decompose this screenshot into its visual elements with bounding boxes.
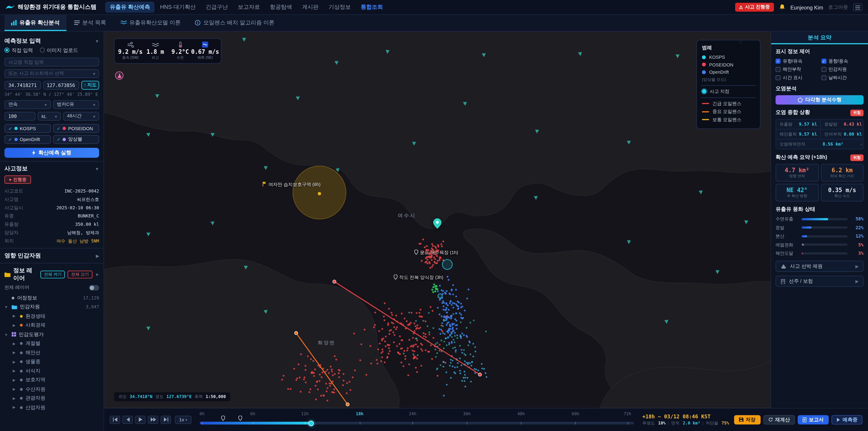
layer-item[interactable]: ▶보호지역: [4, 376, 99, 385]
pollution-area-stat[interactable]: 오염해역면적8.56 km²›: [776, 140, 864, 149]
layer-item[interactable]: ▶해안선: [4, 348, 99, 357]
chevron-right-icon[interactable]: ▶: [13, 341, 17, 346]
prediction-input-header[interactable]: 예측정보 입력 ▼: [4, 37, 99, 45]
chevron-right-icon[interactable]: ▶: [13, 350, 17, 355]
nav-item[interactable]: 기상정보: [324, 2, 355, 13]
weathering-bar-fill: [802, 244, 804, 246]
layer-item[interactable]: ▼민감도평가: [4, 330, 99, 339]
nav-item[interactable]: 보고자료: [233, 2, 264, 13]
refresh-button[interactable]: 재계산: [763, 415, 795, 425]
polygon-analysis-button[interactable]: 다각형 분석수행: [776, 95, 864, 105]
step-back-button[interactable]: [122, 415, 133, 424]
display-option[interactable]: 민감자원: [821, 66, 864, 72]
nav-item[interactable]: 통합조회: [356, 2, 387, 13]
amount-input[interactable]: [4, 112, 35, 121]
timeline-event-marker[interactable]: [221, 416, 225, 422]
layer-item[interactable]: ▶계절별: [4, 339, 99, 348]
incident-location-pin[interactable]: [433, 218, 442, 229]
chevron-right-icon[interactable]: ▶: [13, 405, 17, 410]
layer-item[interactable]: 어장정보17,129: [4, 294, 99, 302]
layer-item[interactable]: ▶수산자원: [4, 385, 99, 394]
experiment-toggle-button[interactable]: [115, 71, 123, 80]
radio-image-upload[interactable]: 이미지 업로드: [39, 47, 78, 54]
map-poi-label[interactable]: 웅포 해수욕장 (1h): [414, 249, 458, 256]
display-option[interactable]: 해안부착: [776, 66, 818, 72]
duration-select[interactable]: 48시간▾: [63, 112, 99, 121]
incident-info-header[interactable]: 사고정보 ▼: [4, 165, 99, 173]
timeline[interactable]: 0h6h12h18h24h36h48h60h72h: [200, 410, 634, 429]
legend-fence-item: 긴급 오일펜스: [702, 100, 755, 106]
user-name[interactable]: Eunjeong Kim: [790, 4, 823, 10]
layer-item[interactable]: ▶산업자원: [4, 403, 99, 412]
pick-on-map-button[interactable]: ↑지도: [81, 81, 99, 90]
sensitive-resources-header[interactable]: 영향 민감자원 ▶: [4, 252, 99, 259]
radio-direct-input[interactable]: 직접 입력: [4, 47, 33, 54]
chevron-right-icon[interactable]: ▶: [13, 314, 17, 318]
model-toggle[interactable]: ✓앙상블: [53, 135, 99, 144]
temp-icon: [179, 41, 182, 48]
info-layers-header[interactable]: 정보 레이어 전체 켜기 전체 끄기 ▼: [4, 267, 99, 282]
playback-speed-select[interactable]: 1x▾: [175, 415, 191, 424]
nav-item[interactable]: 긴급구난: [201, 2, 232, 13]
display-option[interactable]: ✓풍향/풍속: [821, 58, 864, 64]
display-option[interactable]: ✓유향/유속: [776, 58, 818, 64]
all-layers-off-button[interactable]: 전체 끄기: [68, 271, 92, 278]
chevron-right-icon[interactable]: ▶: [13, 369, 17, 373]
chevron-right-icon[interactable]: ▶: [13, 323, 17, 328]
nav-item[interactable]: HNS·대기확산: [156, 2, 200, 13]
chevron-down-icon[interactable]: ▼: [4, 333, 9, 336]
chevron-right-icon[interactable]: ▶: [13, 396, 17, 401]
play-button[interactable]: [135, 415, 146, 424]
tab[interactable]: 오일펜스 배치 알고리즘 이론: [188, 15, 281, 31]
nav-item[interactable]: 항공탐색: [266, 2, 296, 13]
tab[interactable]: 유출유확산모델 이론: [114, 15, 187, 31]
all-layers-on-button[interactable]: 전체 켜기: [41, 271, 65, 278]
play-small-button[interactable]: 예측중: [831, 415, 862, 425]
master-layer-toggle[interactable]: [89, 285, 99, 290]
menu-icon[interactable]: [853, 3, 863, 11]
incident-list-select[interactable]: 또는 사고 리스트에서 선택▾: [4, 69, 99, 78]
display-option[interactable]: 날짜시간: [821, 75, 864, 81]
model-toggle[interactable]: ✓OpenDrift: [4, 135, 51, 144]
skip-end-button[interactable]: [160, 415, 171, 424]
chevron-right-icon[interactable]: ▶: [13, 360, 17, 364]
chevron-down-icon[interactable]: ▼: [4, 305, 9, 309]
chevron-right-icon[interactable]: ▶: [13, 387, 17, 392]
layer-item[interactable]: ▶생물종: [4, 357, 99, 366]
timeline-track[interactable]: [200, 422, 634, 425]
layer-item[interactable]: ▶서식지: [4, 366, 99, 375]
layer-item[interactable]: ▶사회경제: [4, 321, 99, 330]
layer-item[interactable]: ▶관광자원: [4, 394, 99, 403]
skip-start-button[interactable]: [110, 415, 120, 424]
map-canvas[interactable]: 9.2 m/s풍속 (SW)1.8 m파고9.2°C수온0.67 m/s해류 (…: [104, 32, 771, 408]
latitude-input[interactable]: [4, 81, 41, 90]
run-prediction-button[interactable]: 확산예측 실행: [4, 148, 99, 158]
brand[interactable]: 해양환경 위기대응 통합시스템: [5, 3, 96, 11]
tab[interactable]: 분석 목록: [67, 15, 113, 31]
ship-spec-section[interactable]: 사고 선박 제원 ▶: [776, 260, 864, 272]
timeline-event-marker[interactable]: [238, 416, 242, 422]
fast-forward-button[interactable]: [148, 415, 158, 424]
incident-name-input[interactable]: [4, 58, 99, 66]
unit-select[interactable]: kL▾: [38, 112, 61, 121]
spill-type-select[interactable]: 연속▾: [4, 100, 51, 109]
logout-button[interactable]: 로그아웃: [828, 4, 848, 11]
display-option[interactable]: 시간 표시: [776, 75, 818, 81]
chevron-right-icon[interactable]: ▶: [13, 378, 17, 382]
layer-item[interactable]: ▶환경생태: [4, 312, 99, 321]
layer-item[interactable]: ▼민감자원3,947: [4, 302, 99, 311]
owner-insurance-section[interactable]: 선주 / 보험 ▶: [776, 276, 864, 287]
longitude-input[interactable]: [43, 81, 79, 90]
oil-type-select[interactable]: 벙커C유▾: [53, 100, 99, 109]
tab[interactable]: 유출유 확산분석: [4, 15, 66, 31]
nav-item[interactable]: 게시판: [298, 2, 323, 13]
incident-status-badge[interactable]: ⚠ 사고 진행중: [735, 3, 774, 11]
model-toggle[interactable]: ✓KOSPS: [4, 124, 51, 133]
report-button[interactable]: 보고서: [798, 415, 829, 425]
map-poi-label[interactable]: 작도 전복 양식장 (3h): [394, 275, 443, 281]
nav-item[interactable]: 유출유 확산예측: [105, 2, 154, 13]
save-button[interactable]: 저장: [734, 415, 761, 425]
notification-bell-icon[interactable]: [779, 4, 785, 10]
model-toggle[interactable]: ✓POSEIDON: [53, 124, 99, 133]
analysis-summary-tab[interactable]: 분석 요약: [771, 32, 868, 44]
